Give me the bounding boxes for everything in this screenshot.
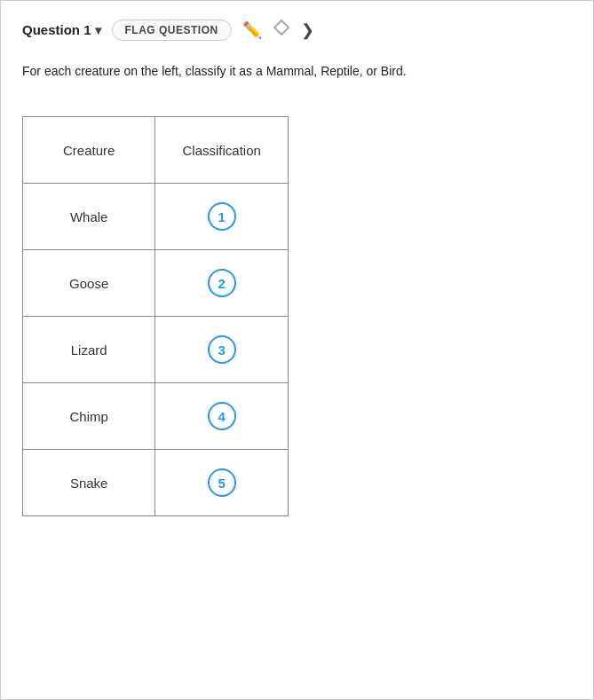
question-label: Question 1 ▾ xyxy=(22,22,101,37)
creature-cell: Goose xyxy=(23,250,155,317)
classification-cell[interactable]: 1 xyxy=(155,184,289,250)
answer-badge[interactable]: 1 xyxy=(208,202,236,231)
page-container: Question 1 ▾ FLAG QUESTION ✏️ ❯ For each… xyxy=(0,0,594,700)
column-header-classification: Classification xyxy=(155,117,289,184)
creature-cell: Snake xyxy=(23,450,155,516)
table-row: Whale1 xyxy=(23,184,289,250)
creature-cell: Lizard xyxy=(23,317,155,383)
header-row: Question 1 ▾ FLAG QUESTION ✏️ ❯ xyxy=(22,19,572,41)
answer-badge[interactable]: 3 xyxy=(208,335,236,364)
chevron-right-icon[interactable]: ❯ xyxy=(301,20,314,40)
pencil-icon[interactable]: ✏️ xyxy=(242,20,262,40)
classification-cell[interactable]: 3 xyxy=(155,317,289,383)
creature-cell: Whale xyxy=(23,184,155,250)
instructions-text: For each creature on the left, classify … xyxy=(22,62,572,81)
column-header-creature: Creature xyxy=(23,117,155,184)
table-row: Goose2 xyxy=(23,250,289,317)
classification-table: Creature Classification Whale1Goose2Liza… xyxy=(22,116,289,516)
classification-cell[interactable]: 4 xyxy=(155,383,289,450)
table-row: Lizard3 xyxy=(23,317,289,383)
question-title: Question 1 xyxy=(22,22,91,37)
table: Creature Classification Whale1Goose2Liza… xyxy=(22,116,289,516)
chevron-down-icon[interactable]: ▾ xyxy=(95,23,101,37)
table-row: Snake5 xyxy=(23,450,289,516)
svg-marker-0 xyxy=(274,20,289,35)
table-body: Whale1Goose2Lizard3Chimp4Snake5 xyxy=(23,184,289,516)
answer-badge[interactable]: 4 xyxy=(208,402,236,430)
answer-badge[interactable]: 2 xyxy=(208,269,236,297)
creature-cell: Chimp xyxy=(23,383,155,450)
classification-cell[interactable]: 5 xyxy=(155,450,289,516)
classification-cell[interactable]: 2 xyxy=(155,250,289,317)
eraser-icon[interactable] xyxy=(273,19,290,41)
table-header-row: Creature Classification xyxy=(23,117,289,184)
answer-badge[interactable]: 5 xyxy=(208,468,236,497)
flag-question-button[interactable]: FLAG QUESTION xyxy=(112,20,232,41)
table-row: Chimp4 xyxy=(23,383,289,450)
